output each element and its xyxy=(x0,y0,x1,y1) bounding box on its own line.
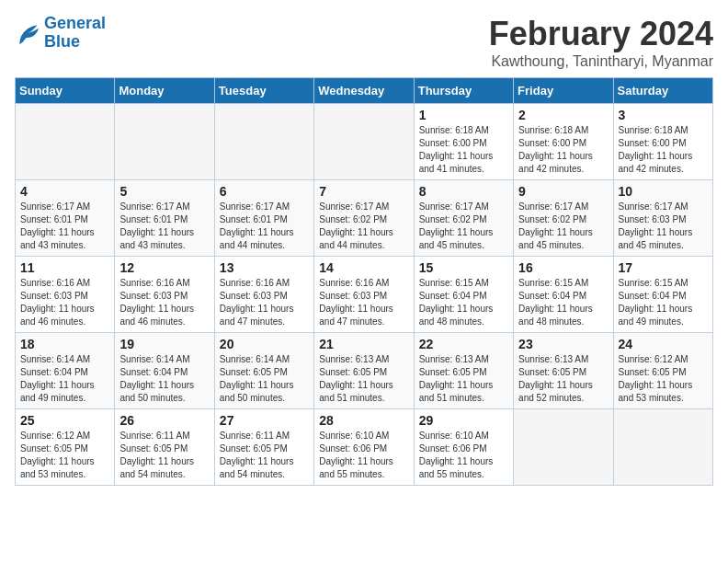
calendar-header-wednesday: Wednesday xyxy=(314,78,414,104)
day-number: 13 xyxy=(220,260,309,275)
day-info: Sunrise: 6:18 AM Sunset: 6:00 PM Dayligh… xyxy=(619,124,708,176)
logo: General Blue xyxy=(15,15,106,52)
calendar-cell: 1Sunrise: 6:18 AM Sunset: 6:00 PM Daylig… xyxy=(414,104,513,180)
day-number: 10 xyxy=(619,184,708,199)
calendar-cell: 18Sunrise: 6:14 AM Sunset: 6:04 PM Dayli… xyxy=(16,333,115,409)
calendar-cell: 22Sunrise: 6:13 AM Sunset: 6:05 PM Dayli… xyxy=(414,333,513,409)
calendar-cell: 5Sunrise: 6:17 AM Sunset: 6:01 PM Daylig… xyxy=(115,180,214,257)
calendar-cell: 28Sunrise: 6:10 AM Sunset: 6:06 PM Dayli… xyxy=(314,409,414,486)
day-number: 3 xyxy=(619,108,708,122)
calendar-cell: 9Sunrise: 6:17 AM Sunset: 6:02 PM Daylig… xyxy=(514,180,613,257)
calendar-body: 1Sunrise: 6:18 AM Sunset: 6:00 PM Daylig… xyxy=(16,104,713,486)
calendar-cell: 12Sunrise: 6:16 AM Sunset: 6:03 PM Dayli… xyxy=(115,257,214,333)
calendar-cell: 19Sunrise: 6:14 AM Sunset: 6:04 PM Dayli… xyxy=(115,333,214,409)
day-info: Sunrise: 6:16 AM Sunset: 6:03 PM Dayligh… xyxy=(20,277,109,328)
day-info: Sunrise: 6:16 AM Sunset: 6:03 PM Dayligh… xyxy=(119,277,209,328)
day-number: 7 xyxy=(319,184,408,199)
calendar-week-2: 11Sunrise: 6:16 AM Sunset: 6:03 PM Dayli… xyxy=(16,257,713,333)
calendar-cell xyxy=(214,104,313,180)
day-info: Sunrise: 6:13 AM Sunset: 6:05 PM Dayligh… xyxy=(419,353,508,405)
day-number: 6 xyxy=(220,184,309,199)
day-number: 25 xyxy=(20,413,109,428)
day-info: Sunrise: 6:16 AM Sunset: 6:03 PM Dayligh… xyxy=(220,277,309,328)
day-info: Sunrise: 6:11 AM Sunset: 6:05 PM Dayligh… xyxy=(220,430,309,481)
calendar-week-0: 1Sunrise: 6:18 AM Sunset: 6:00 PM Daylig… xyxy=(16,104,713,180)
calendar-week-1: 4Sunrise: 6:17 AM Sunset: 6:01 PM Daylig… xyxy=(16,180,713,257)
page-header: General Blue February 2024 Kawthoung, Ta… xyxy=(15,15,713,70)
calendar-cell: 20Sunrise: 6:14 AM Sunset: 6:05 PM Dayli… xyxy=(214,333,313,409)
calendar-header-thursday: Thursday xyxy=(414,78,513,104)
day-info: Sunrise: 6:14 AM Sunset: 6:04 PM Dayligh… xyxy=(119,353,209,405)
day-number: 16 xyxy=(518,260,608,275)
day-info: Sunrise: 6:13 AM Sunset: 6:05 PM Dayligh… xyxy=(518,353,608,405)
day-number: 29 xyxy=(419,413,508,428)
day-number: 15 xyxy=(419,260,508,275)
day-info: Sunrise: 6:15 AM Sunset: 6:04 PM Dayligh… xyxy=(619,277,708,328)
day-info: Sunrise: 6:12 AM Sunset: 6:05 PM Dayligh… xyxy=(20,430,109,481)
day-number: 1 xyxy=(419,108,508,122)
day-info: Sunrise: 6:17 AM Sunset: 6:02 PM Dayligh… xyxy=(518,201,608,252)
calendar-cell: 3Sunrise: 6:18 AM Sunset: 6:00 PM Daylig… xyxy=(613,104,712,180)
day-info: Sunrise: 6:15 AM Sunset: 6:04 PM Dayligh… xyxy=(518,277,608,328)
day-number: 21 xyxy=(319,337,408,351)
calendar-cell: 25Sunrise: 6:12 AM Sunset: 6:05 PM Dayli… xyxy=(16,409,115,486)
day-info: Sunrise: 6:14 AM Sunset: 6:05 PM Dayligh… xyxy=(220,353,309,405)
day-number: 9 xyxy=(518,184,608,199)
day-info: Sunrise: 6:10 AM Sunset: 6:06 PM Dayligh… xyxy=(319,430,408,481)
calendar-cell xyxy=(314,104,414,180)
title-block: February 2024 Kawthoung, Tanintharyi, My… xyxy=(489,15,713,70)
day-info: Sunrise: 6:18 AM Sunset: 6:00 PM Dayligh… xyxy=(518,124,608,176)
calendar-cell: 13Sunrise: 6:16 AM Sunset: 6:03 PM Dayli… xyxy=(214,257,313,333)
day-number: 17 xyxy=(619,260,708,275)
day-number: 2 xyxy=(518,108,608,122)
calendar-cell: 8Sunrise: 6:17 AM Sunset: 6:02 PM Daylig… xyxy=(414,180,513,257)
day-info: Sunrise: 6:17 AM Sunset: 6:01 PM Dayligh… xyxy=(20,201,109,252)
calendar-header-tuesday: Tuesday xyxy=(214,78,313,104)
day-number: 14 xyxy=(319,260,408,275)
day-number: 19 xyxy=(119,337,209,351)
calendar-cell: 14Sunrise: 6:16 AM Sunset: 6:03 PM Dayli… xyxy=(314,257,414,333)
calendar-header-friday: Friday xyxy=(514,78,613,104)
calendar-cell: 15Sunrise: 6:15 AM Sunset: 6:04 PM Dayli… xyxy=(414,257,513,333)
day-number: 12 xyxy=(119,260,209,275)
day-info: Sunrise: 6:17 AM Sunset: 6:03 PM Dayligh… xyxy=(619,201,708,252)
day-number: 26 xyxy=(119,413,209,428)
calendar-cell: 11Sunrise: 6:16 AM Sunset: 6:03 PM Dayli… xyxy=(16,257,115,333)
day-info: Sunrise: 6:14 AM Sunset: 6:04 PM Dayligh… xyxy=(20,353,109,405)
calendar-cell xyxy=(115,104,214,180)
day-number: 18 xyxy=(20,337,109,351)
calendar-cell: 21Sunrise: 6:13 AM Sunset: 6:05 PM Dayli… xyxy=(314,333,414,409)
calendar-cell: 4Sunrise: 6:17 AM Sunset: 6:01 PM Daylig… xyxy=(16,180,115,257)
day-info: Sunrise: 6:17 AM Sunset: 6:01 PM Dayligh… xyxy=(220,201,309,252)
day-number: 8 xyxy=(419,184,508,199)
calendar-cell xyxy=(613,409,712,486)
calendar-cell: 10Sunrise: 6:17 AM Sunset: 6:03 PM Dayli… xyxy=(613,180,712,257)
day-number: 27 xyxy=(220,413,309,428)
day-number: 4 xyxy=(20,184,109,199)
day-info: Sunrise: 6:16 AM Sunset: 6:03 PM Dayligh… xyxy=(319,277,408,328)
calendar-cell: 24Sunrise: 6:12 AM Sunset: 6:05 PM Dayli… xyxy=(613,333,712,409)
day-info: Sunrise: 6:11 AM Sunset: 6:05 PM Dayligh… xyxy=(119,430,209,481)
day-info: Sunrise: 6:17 AM Sunset: 6:02 PM Dayligh… xyxy=(419,201,508,252)
calendar-cell: 17Sunrise: 6:15 AM Sunset: 6:04 PM Dayli… xyxy=(613,257,712,333)
calendar-header-monday: Monday xyxy=(115,78,214,104)
calendar-cell: 29Sunrise: 6:10 AM Sunset: 6:06 PM Dayli… xyxy=(414,409,513,486)
day-number: 5 xyxy=(119,184,209,199)
calendar-cell: 27Sunrise: 6:11 AM Sunset: 6:05 PM Dayli… xyxy=(214,409,313,486)
calendar-cell: 7Sunrise: 6:17 AM Sunset: 6:02 PM Daylig… xyxy=(314,180,414,257)
calendar-cell: 6Sunrise: 6:17 AM Sunset: 6:01 PM Daylig… xyxy=(214,180,313,257)
calendar-subtitle: Kawthoung, Tanintharyi, Myanmar xyxy=(489,53,713,70)
calendar-cell: 2Sunrise: 6:18 AM Sunset: 6:00 PM Daylig… xyxy=(514,104,613,180)
calendar-cell: 26Sunrise: 6:11 AM Sunset: 6:05 PM Dayli… xyxy=(115,409,214,486)
day-info: Sunrise: 6:18 AM Sunset: 6:00 PM Dayligh… xyxy=(419,124,508,176)
calendar-week-3: 18Sunrise: 6:14 AM Sunset: 6:04 PM Dayli… xyxy=(16,333,713,409)
calendar-cell xyxy=(16,104,115,180)
calendar-cell xyxy=(514,409,613,486)
logo-icon xyxy=(15,20,40,46)
calendar-table: SundayMondayTuesdayWednesdayThursdayFrid… xyxy=(15,77,713,486)
calendar-cell: 23Sunrise: 6:13 AM Sunset: 6:05 PM Dayli… xyxy=(514,333,613,409)
day-number: 22 xyxy=(419,337,508,351)
day-info: Sunrise: 6:17 AM Sunset: 6:01 PM Dayligh… xyxy=(119,201,209,252)
day-info: Sunrise: 6:17 AM Sunset: 6:02 PM Dayligh… xyxy=(319,201,408,252)
logo-text: General Blue xyxy=(44,15,106,52)
